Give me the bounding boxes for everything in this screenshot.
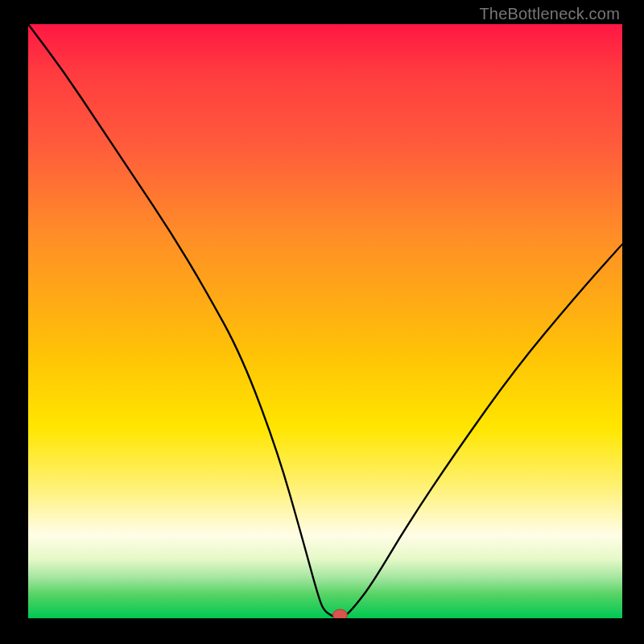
bottleneck-curve (28, 24, 622, 618)
optimal-point-marker (332, 609, 347, 618)
watermark-text: TheBottleneck.com (479, 5, 620, 23)
curve-layer (28, 24, 622, 618)
plot-area (28, 24, 622, 618)
chart-frame: TheBottleneck.com (0, 0, 644, 644)
